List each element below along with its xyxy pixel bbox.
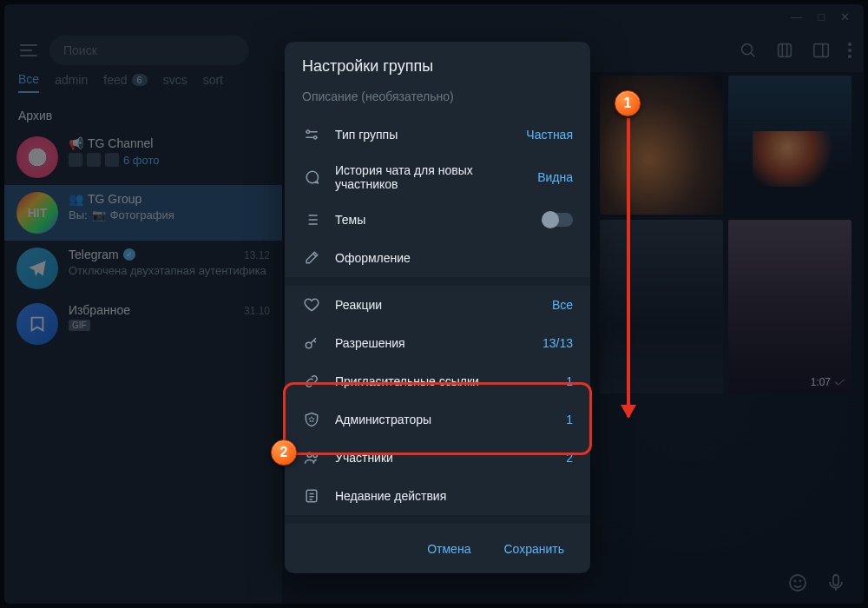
chat-icon: [302, 168, 321, 187]
modal-title: Настройки группы: [285, 42, 590, 81]
row-topics[interactable]: Темы: [285, 201, 590, 239]
link-icon: [302, 372, 321, 391]
row-value: Частная: [526, 128, 573, 142]
row-permissions[interactable]: Разрешения 13/13: [285, 324, 590, 362]
row-administrators[interactable]: Администраторы 1: [285, 400, 590, 439]
row-chat-history[interactable]: История чата для новых участников Видна: [285, 154, 590, 201]
row-value: 13/13: [542, 336, 573, 350]
row-recent-actions[interactable]: Недавние действия: [285, 477, 590, 515]
svg-point-8: [314, 136, 317, 139]
annotation-callout-1: 1: [615, 90, 641, 116]
toggle-switch[interactable]: [543, 213, 573, 227]
group-settings-modal: Настройки группы Описание (необязательно…: [285, 42, 590, 573]
row-appearance[interactable]: Оформление: [285, 239, 590, 277]
svg-point-7: [306, 130, 309, 133]
sliders-icon: [302, 125, 321, 144]
group-description-input[interactable]: Описание (необязательно): [285, 81, 590, 116]
svg-point-9: [306, 342, 312, 348]
log-icon: [302, 486, 321, 506]
annotation-arrow: [627, 118, 630, 417]
heart-icon: [302, 295, 321, 314]
row-invite-links[interactable]: Пригласительные ссылки 1: [285, 362, 590, 400]
annotation-callout-2: 2: [271, 439, 297, 466]
svg-point-11: [313, 453, 317, 457]
list-icon: [302, 210, 321, 229]
cancel-button[interactable]: Отмена: [415, 535, 483, 563]
brush-icon: [302, 248, 321, 268]
row-group-type[interactable]: Тип группы Частная: [285, 116, 590, 154]
key-icon: [302, 334, 321, 353]
members-icon: [302, 448, 321, 467]
shield-icon: [302, 410, 321, 429]
row-members[interactable]: Участники 2: [285, 439, 590, 477]
row-value: 2: [566, 451, 573, 465]
row-value: Видна: [537, 170, 573, 184]
row-value: 1: [566, 413, 573, 426]
svg-point-10: [307, 453, 312, 457]
save-button[interactable]: Сохранить: [491, 535, 576, 563]
row-reactions[interactable]: Реакции Все: [285, 286, 590, 324]
row-value: 1: [566, 374, 573, 388]
row-value: Все: [552, 298, 573, 312]
